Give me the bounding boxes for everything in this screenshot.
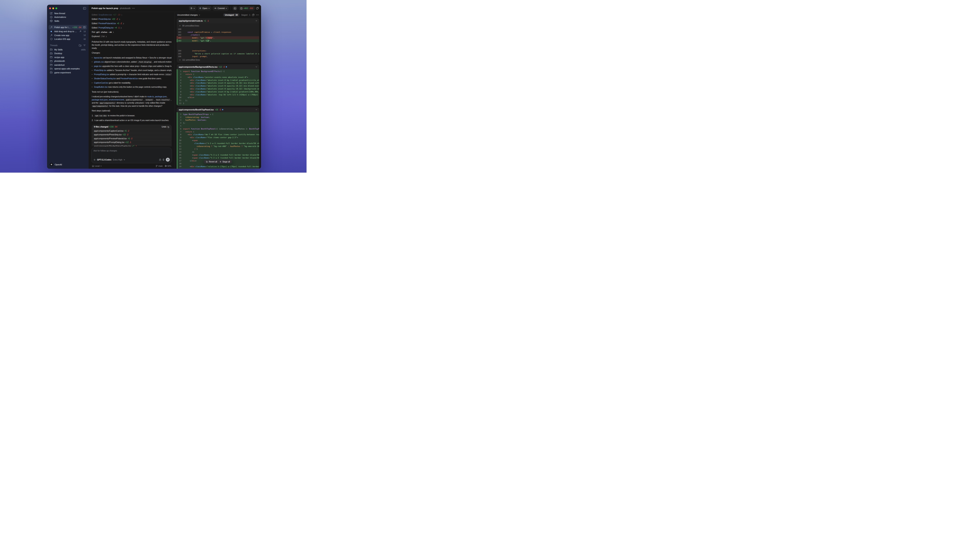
send-button[interactable] — [166, 158, 170, 162]
file-link[interactable]: package-lock.json — [92, 99, 108, 101]
diff-file-path: app/api/generate/route.ts — [179, 20, 203, 22]
event-row[interactable]: Ran git status -sb — [92, 30, 172, 34]
diff-stats-button[interactable]: +863 -332 — [239, 6, 255, 10]
event-row[interactable]: Explored 1 list — [92, 34, 172, 39]
stage-all-button[interactable]: Stage all — [220, 161, 230, 163]
model-name[interactable]: GPT-5.2-Codex — [97, 158, 111, 161]
line-number: 100 — [177, 28, 183, 30]
sidebar-folder-my-skills[interactable]: My Skillsskills — [49, 48, 87, 52]
lock-icon[interactable] — [159, 158, 161, 161]
sidebar-thread-item[interactable]: Localize iOS app4d — [49, 37, 87, 41]
zoom-button[interactable] — [56, 8, 57, 9]
file-link[interactable]: package.json — [155, 95, 167, 98]
collapse-chevron-icon[interactable] — [256, 109, 257, 110]
minimize-button[interactable] — [52, 8, 54, 9]
followup-input[interactable] — [94, 150, 170, 158]
sidebar-thread-item[interactable]: Polish app for launch prep+156-54 — [49, 25, 87, 30]
diff-card-header[interactable]: app/components/BoothTopPanel.tsx+35-0 — [177, 107, 259, 112]
open-button[interactable]: Open — [198, 6, 211, 10]
file-link[interactable]: SnapButton.tsx — [94, 86, 108, 88]
sidebar-item-new-thread[interactable]: New thread — [49, 11, 87, 15]
collapse-chevron-icon[interactable] — [256, 20, 257, 21]
file-link[interactable]: globals.css — [94, 61, 104, 63]
changed-file-row[interactable]: app/components/ShutterStatusOverlay.tsx … — [92, 144, 171, 147]
file-link[interactable]: PreviewPolaroid.tsx — [99, 22, 116, 25]
diff-card-header[interactable]: app/api/generate/route.ts+1-1 — [177, 18, 259, 23]
new-folder-icon[interactable] — [79, 44, 81, 46]
line-code: className={`h-3 w-3 rounded-full border … — [183, 142, 259, 144]
file-link[interactable]: CaptionCard.tsx — [94, 81, 108, 84]
copy-icon[interactable] — [252, 14, 255, 16]
bullet-dot: • — [92, 61, 92, 64]
environment-selector[interactable]: Local — [92, 165, 102, 167]
file-link[interactable]: PreviewPolaroid.tsx — [120, 77, 138, 80]
thread-menu-icon[interactable] — [132, 8, 135, 9]
sidebar-folder-desktop[interactable]: Desktop — [49, 52, 87, 56]
file-link[interactable]: SnapButton.tsx — [99, 13, 112, 16]
close-button[interactable] — [49, 8, 51, 9]
event-row[interactable]: Edited PreviewPolaroid.tsx +5 -2 — [92, 21, 172, 26]
event-row[interactable]: Edited PromptDialog.tsx +4 -1 — [92, 26, 172, 30]
branch-indicator[interactable]: main — [156, 165, 163, 167]
revert-all-button[interactable]: Revert all — [206, 161, 217, 163]
collapse-chevron-icon[interactable] — [256, 66, 257, 67]
model-chevron-icon[interactable] — [124, 159, 125, 160]
sidebar-thread-item[interactable]: Create new app1d — [49, 34, 87, 37]
commit-button[interactable]: Commit — [213, 6, 229, 10]
undo-button[interactable]: Undo — [162, 125, 169, 129]
attach-icon[interactable] — [94, 159, 95, 161]
diff-line: 4 <div className="absolute inset-0 bg-[r… — [177, 79, 259, 81]
unmodified-lines-toggle[interactable]: 111 unmodified lines — [177, 58, 259, 62]
file-link[interactable]: route.ts — [147, 95, 154, 98]
tab-unstaged[interactable]: Unstaged · 33 — [223, 13, 240, 16]
sidebar-folder-game-experiment[interactable]: game-experiment — [49, 71, 87, 75]
tab-staged[interactable]: Staged · 1 — [241, 14, 250, 16]
spinner-icon — [50, 38, 52, 40]
run-button[interactable] — [189, 6, 196, 10]
file-link[interactable]: PhotoStrip.tsx — [99, 18, 111, 21]
sidebar-folder-openai-apps-sdk-examples[interactable]: openai-apps-sdk-examples — [49, 67, 87, 71]
diff-menu-icon[interactable] — [256, 15, 259, 15]
mic-icon[interactable] — [162, 158, 164, 161]
sidebar-thread-item[interactable]: Add drag and drop to gallery phot...1d — [49, 30, 87, 34]
sidebar-toggle-icon[interactable] — [83, 7, 86, 10]
diff-title[interactable]: Uncommitted changes — [177, 14, 197, 16]
stack-windows-icon[interactable] — [256, 7, 259, 10]
file-link[interactable]: ShutterStatusOverlay.tsx — [94, 77, 116, 80]
line-number: 6 — [177, 85, 183, 87]
file-link[interactable]: PhotoStrip.tsx — [94, 69, 107, 72]
inline-code: npm run dev — [94, 115, 107, 117]
terminal-button[interactable] — [233, 6, 237, 10]
diff-card-header[interactable]: app/components/BackgroundEffects.tsx+12-… — [177, 64, 259, 69]
file-link[interactable]: PromptDialog.tsx — [94, 73, 109, 75]
changed-file-row[interactable]: app/components/CaptionCard.tsx +5-2 — [92, 129, 171, 133]
file-link[interactable]: environment.toml — [109, 99, 124, 101]
file-path: app/components/PreviewPolaroid.tsx — [94, 137, 127, 140]
text-segment: 1 list — [100, 35, 105, 38]
chat-transcript[interactable]: Edited SnapButton.tsx +17 -19Edited Phot… — [89, 12, 175, 146]
line-number: 9 — [177, 94, 183, 96]
diff-line: 6 <div className="absolute inset-0 opaci… — [177, 85, 259, 87]
sidebar-folder-wanderlust[interactable]: wanderlust — [49, 63, 87, 67]
sidebar-footer[interactable]: OpenAI — [50, 163, 62, 166]
unmodified-lines-toggle[interactable]: 99 unmodified lines — [177, 24, 259, 28]
line-number: 12 — [177, 145, 183, 147]
folder-label: My Skills — [54, 48, 80, 51]
file-link[interactable]: page.tsx — [94, 65, 102, 67]
next-step-item: 1.npm run dev to review the polish in br… — [92, 114, 172, 117]
sidebar-folder-photobooth[interactable]: photobooth — [49, 59, 87, 63]
context-usage[interactable]: 50% — [165, 165, 171, 167]
diff-card-list[interactable]: app/api/generate/route.ts+1-199 unmodifi… — [175, 18, 261, 169]
event-row[interactable]: Edited PhotoStrip.tsx +22 -2 — [92, 17, 172, 21]
changed-file-row[interactable]: app/components/PreviewPolaroid.tsx +5-2 — [92, 137, 171, 140]
file-link[interactable]: PromptDialog.tsx — [99, 26, 114, 29]
diff-floating-actions: Revert all Stage all — [204, 160, 232, 164]
changed-file-row[interactable]: app/components/PhotoStrip.tsx +22-2 — [92, 133, 171, 137]
sidebar-item-skills[interactable]: Skills — [49, 19, 87, 23]
sidebar-item-automations[interactable]: Automations — [49, 15, 87, 19]
sidebar-folder-recipe-app[interactable]: recipe-app — [49, 55, 87, 59]
event-row[interactable]: Edited SnapButton.tsx +17 -19 — [92, 13, 172, 17]
changed-file-row[interactable]: app/components/PromptDialog.tsx +12-1 — [92, 140, 171, 144]
file-link[interactable]: layout.tsx — [94, 56, 102, 59]
filter-icon[interactable] — [83, 44, 86, 46]
